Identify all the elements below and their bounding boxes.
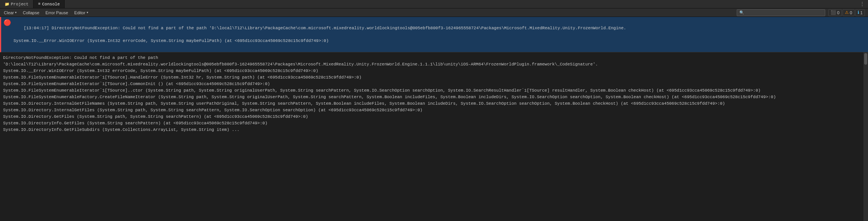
- tab-project-label: Project: [11, 2, 28, 7]
- error-count: 0: [837, 10, 840, 15]
- console-icon: ≡: [38, 2, 40, 6]
- error-message-line1: DirectoryNotFoundException: Could not fi…: [49, 26, 626, 30]
- collapse-button[interactable]: Collapse: [20, 9, 42, 16]
- scrollbar-thumb[interactable]: [864, 53, 867, 65]
- log-content[interactable]: DirectoryNotFoundException: Could not fi…: [0, 52, 863, 221]
- tab-console-label: Console: [42, 2, 60, 7]
- toolbar: Clear ▾ Collapse Error Pause Editor ▾ 🔍 …: [0, 8, 868, 17]
- editor-button[interactable]: Editor ▾: [72, 9, 90, 16]
- editor-label: Editor: [74, 10, 85, 15]
- collapse-label: Collapse: [23, 10, 39, 15]
- info-count-button[interactable]: ℹ 1: [855, 9, 865, 16]
- clear-button[interactable]: Clear ▾: [2, 9, 19, 16]
- warning-count-button[interactable]: ⚠ 0: [843, 9, 855, 16]
- error-icon: ⬛: [831, 10, 836, 15]
- tab-more-button[interactable]: ⋮: [856, 1, 868, 7]
- info-count: 1: [860, 10, 863, 15]
- error-bar-icon: 🔴: [3, 19, 11, 27]
- editor-dropdown-arrow: ▾: [87, 11, 88, 14]
- status-icons: ⬛ 0 ⚠ 0 ℹ 1: [828, 9, 865, 16]
- error-pause-label: Error Pause: [45, 10, 68, 15]
- info-icon: ℹ: [858, 10, 859, 15]
- search-icon: 🔍: [739, 10, 744, 15]
- tab-bar: 📁 Project ≡ Console ⋮: [0, 0, 868, 8]
- tab-console[interactable]: ≡ Console: [34, 0, 65, 8]
- search-input[interactable]: [746, 10, 823, 15]
- error-bar-text: [13:04:17] DirectoryNotFoundException: C…: [13, 18, 626, 50]
- warning-count: 0: [850, 10, 852, 15]
- tab-project[interactable]: 📁 Project: [0, 0, 34, 8]
- warning-icon: ⚠: [845, 10, 849, 15]
- clear-label: Clear: [4, 10, 14, 15]
- error-time: [13:04:17]: [23, 26, 49, 30]
- error-count-button[interactable]: ⬛ 0: [828, 9, 842, 16]
- error-pause-button[interactable]: Error Pause: [43, 9, 70, 16]
- scrollbar-track[interactable]: [863, 52, 868, 221]
- error-notification-bar[interactable]: 🔴 [13:04:17] DirectoryNotFoundException:…: [0, 17, 868, 52]
- search-box[interactable]: 🔍: [737, 9, 825, 16]
- clear-dropdown-arrow: ▾: [15, 11, 17, 14]
- project-icon: 📁: [5, 2, 9, 7]
- log-area: DirectoryNotFoundException: Could not fi…: [0, 52, 868, 221]
- error-message-line2: System.IO.__Error.WinIOError (System.Int…: [13, 39, 329, 43]
